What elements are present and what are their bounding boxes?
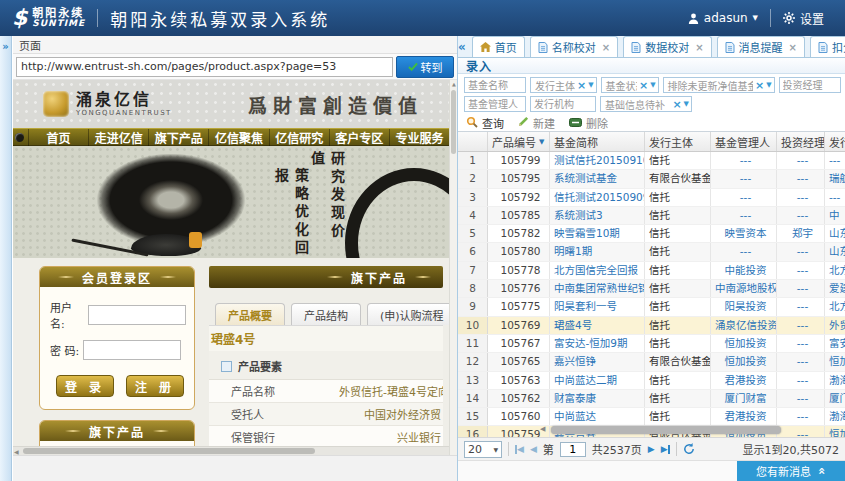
combo-clear-icon[interactable]: ×: [639, 80, 648, 91]
table-row[interactable]: 11105767富安达-恒加9期信托恒加投资---富安: [458, 335, 845, 353]
register-button[interactable]: 注 册: [126, 375, 184, 397]
section-checkbox[interactable]: [221, 361, 232, 372]
go-button[interactable]: 转到: [396, 56, 454, 78]
toolbar-del-button[interactable]: 删除: [569, 115, 608, 131]
table-row[interactable]: 4105785系统测试3信托------中: [458, 207, 845, 225]
tab-close-icon[interactable]: ×: [695, 42, 703, 53]
filter-combo[interactable]: 基金状态×▼: [601, 77, 659, 93]
first-page-button[interactable]: ◀: [515, 444, 524, 454]
reload-icon[interactable]: [683, 443, 695, 455]
table-row[interactable]: 12105765嘉兴恒铮有限合伙基金恒加投资---恒加: [458, 353, 845, 371]
table-row[interactable]: 7105778北方国信完全回报信托中能投资---北方: [458, 262, 845, 280]
table-row[interactable]: 3105792信托测试20150909信托---------: [458, 189, 845, 207]
toolbar-pencil-button[interactable]: 新建: [518, 115, 555, 131]
tab-close-icon[interactable]: ×: [602, 42, 610, 53]
table-row[interactable]: 2105795系统测试基金有限合伙基金------瑞航: [458, 170, 845, 188]
workspace-tab[interactable]: 首页: [472, 36, 525, 57]
cell-name[interactable]: 阳昊套利一号: [550, 298, 645, 315]
cell-name[interactable]: 珺盛4号: [550, 317, 645, 334]
toolbar-search-button[interactable]: 查询: [466, 115, 504, 131]
page-number-input[interactable]: [560, 442, 586, 457]
scroll-up-icon[interactable]: ▲: [450, 81, 457, 87]
product-tab[interactable]: 产品结构: [291, 303, 361, 325]
prev-page-button[interactable]: ◀: [530, 444, 537, 454]
site-horizontal-scrollbar[interactable]: ◀: [13, 446, 449, 455]
table-row[interactable]: 13105763中尚蓝达二期信托君港投资---渤海: [458, 372, 845, 390]
filter-combo[interactable]: 排除未更新净值基金×▼: [663, 77, 775, 93]
last-page-button[interactable]: ▶: [661, 444, 670, 454]
username-field[interactable]: [88, 305, 186, 325]
site-nav-item[interactable]: 走进亿信: [88, 129, 148, 146]
site-nav-item[interactable]: 亿信研究: [269, 129, 329, 146]
scroll-left-icon[interactable]: ◀: [14, 448, 19, 455]
site-nav-item[interactable]: 亿信聚焦: [208, 129, 268, 146]
combo-caret-icon[interactable]: ▼: [766, 82, 771, 89]
site-hscroll-thumb[interactable]: [23, 448, 315, 454]
workspace-tab[interactable]: 数据校对×: [623, 36, 711, 57]
table-row[interactable]: 6105780明曙1期信托------山东: [458, 243, 845, 261]
grid-hscroll-thumb[interactable]: [551, 426, 781, 434]
settings-button[interactable]: 设置: [783, 10, 843, 27]
table-row[interactable]: 5105782映雪霜雪10期信托映雪资本郑宇山东: [458, 225, 845, 243]
cell-name[interactable]: 嘉兴恒铮: [550, 353, 645, 370]
cell-name[interactable]: 北方国信完全回报: [550, 262, 645, 279]
cell-name[interactable]: 富安达-恒加9期: [550, 335, 645, 352]
column-header[interactable]: 投资经理: [777, 132, 825, 151]
next-page-button[interactable]: ▶: [648, 444, 655, 454]
site-nav-item[interactable]: 首页: [28, 129, 88, 146]
site-nav-item[interactable]: 专业服务: [389, 129, 449, 146]
login-button[interactable]: 登 录: [56, 375, 114, 397]
cell-name[interactable]: 信托测试20150909: [550, 189, 645, 206]
site-nav-item[interactable]: 旗下产品: [148, 129, 208, 146]
user-menu[interactable]: adasun ▼: [688, 11, 758, 25]
table-row[interactable]: 9105775阳昊套利一号信托阳昊投资---北方: [458, 298, 845, 316]
filter-combo[interactable]: 基础信息待补×▼: [600, 96, 692, 112]
site-logo[interactable]: 涌泉亿信 YONGQUANENTRUST: [43, 91, 172, 117]
column-header[interactable]: 基金简称: [550, 132, 645, 151]
new-message-bar[interactable]: 您有新消息 «: [737, 461, 845, 481]
grid-scroll-left-icon[interactable]: ◀: [540, 425, 545, 433]
tab-close-icon[interactable]: ×: [789, 42, 797, 53]
cell-name[interactable]: 中尚蓝达: [550, 408, 645, 425]
combo-caret-icon[interactable]: ▼: [588, 82, 593, 89]
combo-clear-icon[interactable]: ×: [672, 99, 681, 110]
filter-input[interactable]: [464, 77, 526, 93]
workspace-tab[interactable]: 消息提醒×: [717, 36, 805, 57]
cell-name[interactable]: 系统测试3: [550, 207, 645, 224]
table-row[interactable]: 1105799测试信托20150910信托---------: [458, 152, 845, 170]
filter-input[interactable]: [464, 96, 526, 112]
combo-clear-icon[interactable]: ×: [577, 80, 586, 91]
table-row[interactable]: 8105776中南集团常熟世纪锦城信托中南源地股权投资---爱建: [458, 280, 845, 298]
password-field[interactable]: [83, 340, 181, 360]
column-header[interactable]: 基金管理人: [711, 132, 777, 151]
column-header[interactable]: 发行机构: [825, 132, 845, 151]
filter-combo[interactable]: 发行主体×▼: [530, 77, 597, 93]
site-vscroll-thumb[interactable]: [451, 90, 456, 154]
filter-input[interactable]: [779, 77, 841, 93]
cell-name[interactable]: 测试信托20150910: [550, 152, 645, 169]
product-tab[interactable]: (申)认购流程: [367, 303, 449, 325]
site-vertical-scrollbar[interactable]: ▲: [449, 80, 457, 455]
column-header[interactable]: 发行主体: [645, 132, 711, 151]
page-size-select[interactable]: 20 ▼: [464, 441, 502, 458]
product-tab[interactable]: 产品概要: [215, 303, 285, 325]
cell-name[interactable]: 中尚蓝达二期: [550, 372, 645, 389]
west-collapse-strip[interactable]: »: [0, 36, 12, 481]
workspace-tab[interactable]: 名称校对×: [530, 36, 618, 57]
cell-name[interactable]: 明曙1期: [550, 243, 645, 260]
combo-caret-icon[interactable]: ▼: [684, 101, 689, 108]
cell-name[interactable]: 财富泰康: [550, 390, 645, 407]
table-row[interactable]: 15105760中尚蓝达信托君港投资---渤海: [458, 408, 845, 426]
combo-clear-icon[interactable]: ×: [755, 80, 764, 91]
table-row[interactable]: 14105762财富泰康信托厦门财富---厦门: [458, 390, 845, 408]
url-input[interactable]: [16, 57, 393, 77]
cell-name[interactable]: 中南集团常熟世纪锦城: [550, 280, 645, 297]
combo-caret-icon[interactable]: ▼: [650, 82, 655, 89]
cell-name[interactable]: 系统测试基金: [550, 170, 645, 187]
site-nav-item[interactable]: 客户专区: [329, 129, 389, 146]
collapse-left-icon[interactable]: «: [458, 36, 466, 57]
cell-name[interactable]: 映雪霜雪10期: [550, 225, 645, 242]
filter-input[interactable]: [530, 96, 596, 112]
workspace-tab[interactable]: 扣分绩效统计×: [810, 36, 845, 57]
column-header[interactable]: 产品编号▼: [488, 132, 550, 151]
